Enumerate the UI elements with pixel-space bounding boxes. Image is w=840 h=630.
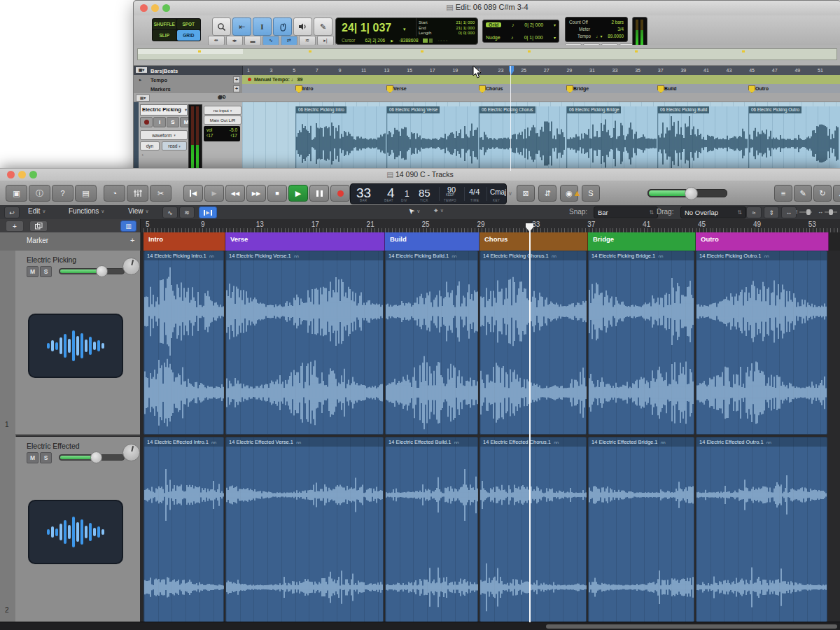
audio-zoom-button[interactable]: ▬ — [244, 36, 261, 46]
volume-knob[interactable] — [685, 187, 698, 200]
counter-dropdown-icon[interactable]: ▾ — [403, 27, 406, 32]
link-icon[interactable] — [429, 38, 433, 43]
horizontal-auto-zoom-button[interactable]: ⇔ — [781, 206, 797, 218]
pt-tempo-ruler[interactable]: ▸ Tempo + Manual Tempo: ♩ 89 — [134, 75, 840, 84]
vertical-auto-zoom-button[interactable]: ⇕ — [764, 206, 779, 218]
audio-clip[interactable]: 06 Electric Picking Intro — [295, 106, 387, 171]
playhead[interactable] — [529, 223, 531, 622]
marker-flag-icon[interactable] — [566, 85, 573, 93]
left-click-tool-selector[interactable]: ➤∨ — [408, 206, 420, 216]
nudge-value[interactable]: 0| 1| 000 — [524, 35, 543, 40]
timeline-insertion-icon[interactable] — [423, 38, 428, 43]
snap-select[interactable]: Bar⇅ — [594, 206, 658, 218]
lg-ruler[interactable]: + ▥ 591317212529333741454953 — [0, 219, 840, 232]
editors-button[interactable]: ✂ — [150, 185, 172, 202]
media-browser-button[interactable]: ♬ — [833, 185, 840, 202]
horizontal-scrollbar[interactable] — [546, 624, 837, 629]
back-button[interactable]: ↩ — [4, 206, 20, 218]
drag-select[interactable]: No Overlap⇅ — [680, 206, 746, 218]
mini-transport-icons[interactable]: ◦ ▫ ▫ ▫ — [438, 38, 448, 43]
go-to-beginning-button[interactable]: ◀ — [183, 185, 203, 202]
section-marker[interactable]: Bridge — [588, 232, 696, 251]
section-marker[interactable]: Build — [385, 232, 479, 251]
horizontal-zoom-slider[interactable]: ↔ — [818, 209, 833, 215]
audio-clip[interactable]: 06 Electric Picking Bridge — [566, 106, 658, 171]
audio-region[interactable]: 14 Electric Picking Intro.1∩∩ — [144, 251, 224, 435]
midi-zoom-button[interactable]: ⇄ — [281, 36, 298, 46]
main-counter-value[interactable]: 24| 1| 037 — [342, 22, 391, 34]
replace-button[interactable]: ⊠ — [517, 185, 535, 202]
grid-value[interactable]: 0| 2| 000 — [524, 22, 543, 27]
library-button[interactable]: ▣ — [6, 185, 27, 202]
scrubber-tool-button[interactable] — [293, 18, 312, 36]
audio-clip[interactable]: 06 Electric Picking Chorus — [479, 106, 567, 171]
audio-region[interactable]: 14 Electric Effected Build.1∩∩ — [385, 437, 478, 622]
pt-timeline[interactable]: 06 Electric Picking Intro06 Electric Pic… — [242, 102, 840, 171]
edit-menu[interactable]: Edit∨ — [28, 207, 46, 215]
shuffle-mode-button[interactable]: SHUFFLE — [153, 19, 176, 29]
marker-flag-icon[interactable] — [748, 85, 755, 93]
note-pads-button[interactable]: ✎ — [794, 185, 812, 202]
trim-tool-button[interactable]: ⇤ — [232, 18, 251, 36]
master-volume-slider[interactable] — [648, 189, 727, 197]
lg-titlebar[interactable]: ▤ 14 090 C - Tracks — [0, 169, 840, 181]
audio-clip[interactable]: 06 Electric Picking Outro — [748, 106, 840, 171]
vertical-zoom-slider[interactable]: ↕ — [795, 209, 811, 215]
play-button[interactable]: ▶ — [288, 185, 308, 202]
pt-titlebar[interactable]: ▤ Edit: 06 089 C#m 3-4 — [134, 1, 840, 16]
tempo-disclosure-icon[interactable]: ▸ — [139, 77, 141, 82]
count-off-label[interactable]: Count Off — [569, 20, 588, 24]
audio-region[interactable]: 14 Electric Effected Chorus.1∩∩ — [479, 437, 587, 622]
lcd-display[interactable]: 33 BAR 4 BEAT 1 DIV 85 TICK 90 KEEP TEMP… — [350, 183, 507, 204]
audio-clip[interactable]: 06 Electric Picking Build — [657, 106, 749, 171]
section-marker[interactable]: Outro — [696, 232, 829, 251]
marker-label[interactable]: Chorus — [486, 86, 503, 91]
universe-viewport[interactable] — [138, 49, 243, 54]
inspector-button[interactable]: ⓘ — [29, 185, 50, 202]
marker-flag-icon[interactable] — [657, 85, 664, 93]
pt-bars-ruler[interactable]: ▦▾ Bars|Beats 13579111315171921232527293… — [134, 66, 840, 75]
marker-flag-icon[interactable] — [295, 85, 302, 93]
mixer-button[interactable] — [127, 185, 148, 202]
audio-region[interactable]: 14 Electric Effected Bridge.1∩∩ — [588, 437, 694, 622]
smart-controls-button[interactable]: ◔ — [104, 185, 125, 202]
autopunch-button[interactable]: ⇵ — [538, 185, 556, 202]
pause-button[interactable] — [309, 185, 329, 202]
grid-dropdown-icon[interactable]: ▾ — [554, 22, 556, 27]
pt-main-counter[interactable]: 24| 1| 037 ▾ Start21| 1| 000 End21| 1| 0… — [335, 18, 478, 45]
grabber-tool-button[interactable] — [273, 18, 292, 36]
command-click-tool-selector[interactable]: ⌖∨ — [434, 206, 444, 215]
solo-mode-button[interactable]: S — [582, 185, 600, 202]
grid-value-toggle[interactable]: Grid — [486, 22, 501, 27]
v-zoom-knob[interactable] — [806, 209, 811, 215]
track-list-icon[interactable]: ▦▾ — [136, 94, 150, 102]
play-from-selection-button[interactable]: ▶ — [204, 185, 224, 202]
audio-region[interactable]: 14 Electric Effected Verse.1∩∩ — [225, 437, 384, 622]
zoom-preset-button[interactable]: ≋ — [299, 36, 316, 46]
h-zoom-knob[interactable] — [829, 209, 833, 215]
marker-flag-icon[interactable] — [479, 85, 486, 93]
forward-button[interactable]: ▶▶ — [246, 185, 266, 202]
nudge-note-icon[interactable]: ♪ — [511, 35, 514, 40]
spot-mode-button[interactable]: SPOT — [177, 19, 201, 29]
selector-tool-button[interactable]: I — [253, 18, 272, 36]
view-menu[interactable]: View∨ — [128, 207, 149, 215]
pencil-tool-button[interactable]: ✎ — [314, 18, 332, 36]
nudge-dropdown-icon[interactable]: ▾ — [554, 35, 556, 40]
pt-markers-ruler[interactable]: Markers + IntroVerseChorusBridgeBuildOut… — [134, 84, 840, 93]
zoom-toggle-button[interactable]: ◂▸ — [226, 36, 243, 46]
audio-clip[interactable]: 06 Electric Picking Verse — [386, 106, 479, 171]
grid-note-icon[interactable]: ♪ — [512, 22, 514, 27]
section-marker[interactable]: Intro — [144, 232, 225, 251]
audio-region[interactable]: 14 Electric Picking Verse.1∩∩ — [225, 251, 384, 435]
tempo-label[interactable]: Tempo — [578, 34, 591, 38]
quick-help-button[interactable]: ? — [52, 185, 74, 202]
loop-browser-button[interactable]: ↻ — [813, 185, 832, 202]
functions-menu[interactable]: Functions∨ — [69, 207, 104, 215]
next-zoom-button[interactable]: ▸| — [317, 36, 334, 46]
add-tempo-icon[interactable]: + — [233, 76, 240, 83]
lcd-tick[interactable]: 85 — [419, 187, 430, 199]
marker-flag-icon[interactable] — [386, 85, 393, 93]
lcd-chevron-icon[interactable]: ∨ — [508, 190, 512, 197]
record-button[interactable] — [330, 185, 350, 202]
